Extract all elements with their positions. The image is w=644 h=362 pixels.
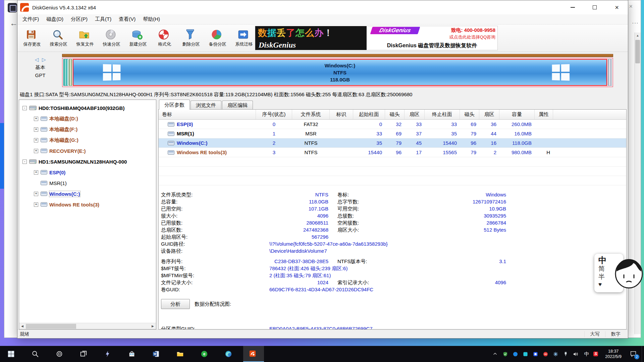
partition-row-1[interactable]: MSR(1)1MSR33693735794416.0MB: [159, 129, 626, 138]
tree-expander-icon[interactable]: +: [34, 127, 38, 132]
column-header[interactable]: 扇区: [479, 110, 499, 119]
tab-sector-edit[interactable]: 扇区编辑: [222, 101, 253, 110]
menu-item-2[interactable]: 磁盘(D): [43, 15, 67, 24]
edge-button[interactable]: [219, 346, 240, 362]
toolbar-delete-partition-button[interactable]: 删除分区: [178, 26, 204, 51]
tree-expander-icon[interactable]: +: [34, 192, 38, 196]
toolbar-search-partition-button[interactable]: 搜索分区: [45, 26, 72, 51]
disk-partition-map[interactable]: Windows(C:) NTFS 118.0GB: [62, 58, 613, 87]
column-header[interactable]: 终止柱面: [425, 110, 460, 119]
maximize-button[interactable]: [584, 0, 606, 14]
tray-sync-icon[interactable]: [511, 346, 521, 362]
cortana-button[interactable]: [50, 346, 71, 362]
menu-item-6[interactable]: 帮助(H): [139, 15, 164, 24]
tree-item-2[interactable]: +本地磁盘(F:): [19, 124, 156, 135]
tree-item-4[interactable]: +RECOVERY(E:): [19, 145, 156, 156]
tree-item-7[interactable]: +MSR(1): [19, 178, 156, 188]
volume-icon[interactable]: [572, 346, 582, 362]
tray-messenger-icon[interactable]: [531, 346, 541, 362]
tree-expander-icon[interactable]: -: [22, 160, 27, 164]
close-button[interactable]: ×: [606, 0, 628, 14]
esp-partition-sliver[interactable]: [63, 59, 68, 86]
tree-item-8[interactable]: +Windows(C:): [19, 188, 156, 199]
browser-close-icon[interactable]: ×: [629, 3, 633, 10]
tree-item-1[interactable]: +本地磁盘(D:): [19, 113, 156, 124]
menu-item-1[interactable]: 文件(F): [19, 15, 43, 24]
scroll-right-arrow-icon[interactable]: ▶: [150, 323, 156, 329]
column-header[interactable]: 起始柱面: [353, 110, 385, 119]
tree-item-0[interactable]: -HD0:TOSHIBAMQ04ABF100(932GB): [19, 103, 156, 113]
sogou-tray-icon[interactable]: [592, 346, 602, 362]
column-header[interactable]: 卷标: [159, 110, 256, 119]
green-browser-button[interactable]: e: [195, 346, 216, 362]
tree-item-3[interactable]: +本地磁盘(G:): [19, 135, 156, 145]
file-explorer-button[interactable]: [171, 346, 192, 362]
scroll-left-arrow-icon[interactable]: ◀: [19, 323, 25, 329]
column-header[interactable]: 磁头: [460, 110, 479, 119]
tray-snowflake-icon[interactable]: [551, 346, 561, 362]
tray-security-icon[interactable]: [501, 346, 511, 362]
column-header[interactable]: 标识: [330, 110, 353, 119]
menu-item-4[interactable]: 工具(T): [91, 15, 115, 24]
toolbar-recover-files-button[interactable]: 恢复文件: [72, 26, 98, 51]
toolbar-quick-partition-button[interactable]: 快速分区: [98, 26, 125, 51]
tree-expander-icon[interactable]: +: [34, 170, 38, 175]
column-header[interactable]: 扇区: [405, 110, 425, 119]
taskbar-clock[interactable]: 18:37 2022/5/9: [602, 346, 625, 362]
ad-banner[interactable]: 数据丢了怎么办！ DiskGenius DiskGenius 致电: 400-0…: [255, 26, 498, 50]
column-header[interactable]: 文件系统: [292, 110, 330, 119]
tree-expander-icon[interactable]: +: [34, 202, 38, 207]
tree-horizontal-scrollbar[interactable]: ◀ ▶: [19, 323, 156, 329]
show-desktop-button[interactable]: [642, 346, 644, 362]
start-button[interactable]: [2, 346, 22, 362]
next-disk-arrow-icon[interactable]: ▷: [42, 57, 46, 62]
tree-expander-icon[interactable]: +: [34, 149, 38, 153]
search-button[interactable]: [26, 346, 47, 362]
action-center-button[interactable]: 2: [625, 346, 642, 362]
tray-note-icon[interactable]: [521, 346, 531, 362]
word-button[interactable]: W: [147, 346, 167, 362]
tab-partition-params[interactable]: 分区参数: [159, 100, 190, 110]
column-header[interactable]: 属性: [535, 110, 553, 119]
tab-browse-files[interactable]: 浏览文件: [191, 101, 221, 110]
toolbar-system-migration-button[interactable]: 系统迁移: [231, 26, 257, 51]
toolbar-format-button[interactable]: 格式化: [151, 26, 178, 51]
toolbar-save-button[interactable]: 保存更改: [19, 26, 45, 51]
ad-qq-link[interactable]: 或点击此处选择QQ咨询: [449, 34, 495, 40]
prev-disk-arrow-icon[interactable]: ◁: [35, 57, 39, 62]
scrollbar-thumb[interactable]: [26, 324, 76, 329]
diskgenius-taskbar-button[interactable]: [243, 346, 264, 362]
task-view-button[interactable]: [74, 346, 95, 362]
store-button[interactable]: [122, 346, 143, 362]
tree-item-5[interactable]: -HD1:SAMSUNGMZNLN128HAHQ-000: [19, 156, 156, 167]
recovery-partition-sliver[interactable]: [608, 59, 612, 86]
partition-row-3[interactable]: Windows RE tools(3)3NTFS1544096171556579…: [159, 148, 626, 157]
toolbar-backup-partition-button[interactable]: 备份分区: [204, 26, 231, 51]
tray-alert-icon[interactable]: [541, 346, 551, 362]
scrollbar-up-arrow-icon[interactable]: ▲: [635, 33, 641, 39]
column-header[interactable]: 磁头: [385, 110, 405, 119]
minimize-button[interactable]: [561, 0, 584, 14]
toolbar-new-partition-button[interactable]: 新建分区: [125, 26, 151, 51]
column-header[interactable]: 容量: [499, 110, 535, 119]
tray-power-icon[interactable]: [561, 346, 572, 362]
tree-item-9[interactable]: +Windows RE tools(3): [19, 199, 156, 210]
scrollbar-thumb[interactable]: [635, 40, 640, 63]
tree-expander-icon[interactable]: +: [34, 138, 38, 142]
partition-row-2[interactable]: Windows(C:)2NTFS357945154409616118.0GB: [159, 138, 626, 148]
column-header[interactable]: 序号(状态): [256, 110, 292, 119]
menu-item-5[interactable]: 查看(V): [115, 15, 139, 24]
menu-item-3[interactable]: 分区(P): [67, 15, 91, 24]
browser-back-icon[interactable]: ←: [10, 18, 18, 28]
msr-partition-sliver[interactable]: [69, 59, 72, 86]
tree-expander-icon[interactable]: +: [34, 117, 38, 121]
ime-status-widget[interactable]: 中 简 半 ♥: [594, 254, 644, 293]
pinned-app-lightning[interactable]: [98, 346, 119, 362]
hidden-icons-chevron[interactable]: [491, 346, 501, 362]
partition-row-0[interactable]: ESP(0)0FAT3203233336936260.0MB: [159, 120, 626, 129]
windows-partition-block[interactable]: Windows(C:) NTFS 118.0GB: [73, 59, 607, 86]
browser-more-icon[interactable]: ···: [632, 20, 639, 26]
tree-expander-icon[interactable]: -: [22, 106, 27, 110]
analyze-button[interactable]: 分析: [161, 299, 190, 309]
ime-mode-indicator[interactable]: 中: [582, 346, 592, 362]
